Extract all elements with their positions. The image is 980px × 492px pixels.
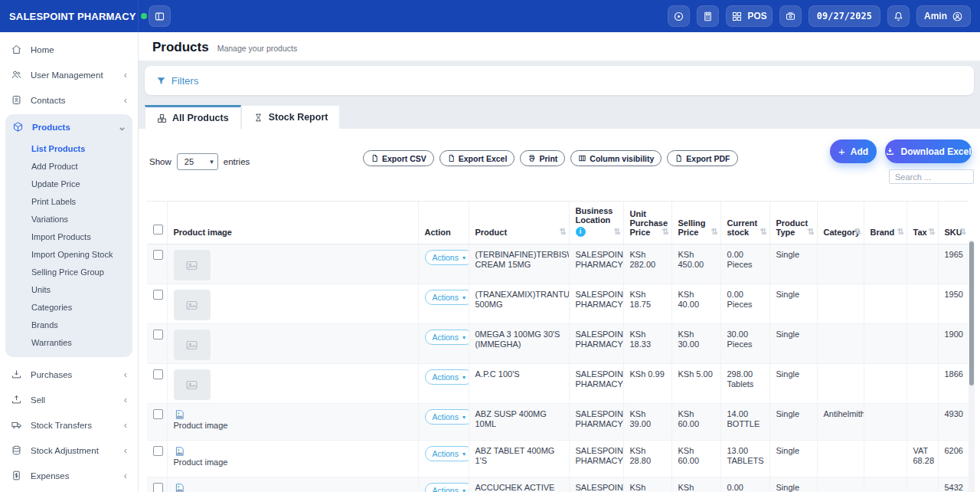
- add-button[interactable]: + Add: [830, 139, 877, 163]
- filters-toggle[interactable]: Filters: [145, 66, 974, 95]
- tab-all-products[interactable]: All Products: [145, 105, 241, 129]
- notifications-button[interactable]: [887, 5, 910, 27]
- column-header-sku[interactable]: SKU⇅: [938, 202, 969, 244]
- sidebar-item-products[interactable]: Products⌄: [5, 114, 132, 139]
- sort-icon[interactable]: ⇅: [897, 227, 903, 237]
- sidebar-subitem-list-products[interactable]: List Products: [5, 139, 132, 157]
- chevron-down-icon: ⌄: [118, 122, 126, 132]
- sidebar-item-label: Stock Transfers: [31, 421, 92, 430]
- row-actions-button[interactable]: Actions▾: [425, 330, 469, 345]
- column-header-unit-purchase-price[interactable]: Unit Purchase Price⇅: [623, 202, 671, 244]
- column-header-product-image: Product image: [167, 202, 418, 244]
- row-checkbox[interactable]: [153, 409, 163, 419]
- scrollbar-thumb[interactable]: [969, 241, 974, 385]
- row-checkbox[interactable]: [153, 330, 163, 339]
- column-header-product[interactable]: Product⇅: [469, 202, 569, 244]
- sort-icon[interactable]: ⇅: [662, 227, 668, 237]
- export-pdf-button[interactable]: Export PDF: [667, 150, 737, 166]
- sidebar-subitem-add-product[interactable]: Add Product: [5, 157, 132, 175]
- row-actions-button[interactable]: Actions▾: [425, 446, 469, 461]
- product-image-placeholder: [174, 369, 211, 400]
- cell-unit-purchase-price: KSh 28.80: [623, 441, 671, 477]
- column-header-brand[interactable]: Brand⇅: [864, 202, 906, 244]
- vertical-scrollbar[interactable]: [969, 240, 975, 492]
- entries-select[interactable]: 25 ▾: [177, 153, 218, 170]
- sidebar-subitem-warranties[interactable]: Warranties: [5, 333, 132, 351]
- row-checkbox[interactable]: [153, 290, 163, 300]
- column-header-current-stock[interactable]: Current stock⇅: [720, 202, 769, 244]
- row-checkbox[interactable]: [153, 369, 163, 379]
- sort-icon[interactable]: ⇅: [613, 227, 620, 237]
- sidebar-subitem-brands[interactable]: Brands: [5, 316, 132, 333]
- column-header-tax[interactable]: Tax⇅: [906, 202, 938, 244]
- entries-control: Show 25 ▾ entries: [149, 153, 250, 170]
- row-actions-button[interactable]: Actions▾: [425, 483, 469, 492]
- caret-down-icon: ▾: [462, 334, 466, 341]
- pos-button[interactable]: POS: [726, 5, 772, 27]
- cell-category: [817, 477, 864, 492]
- info-icon[interactable]: i: [576, 227, 586, 237]
- sidebar-item-purchases[interactable]: Purchases‹: [0, 362, 138, 387]
- row-actions-button[interactable]: Actions▾: [425, 409, 469, 425]
- sidebar-item-expenses[interactable]: Expenses‹: [0, 463, 138, 488]
- show-label: Show: [149, 157, 172, 166]
- sort-icon[interactable]: ⇅: [928, 227, 935, 237]
- sidebar-subitem-units[interactable]: Units: [5, 280, 132, 298]
- tab-stock-report[interactable]: Stock Report: [241, 105, 341, 129]
- sidebar-item-sell[interactable]: Sell‹: [0, 387, 138, 412]
- download-excel-button[interactable]: Download Excel: [885, 139, 972, 163]
- cash-register-button[interactable]: [779, 5, 802, 27]
- sidebar-subitem-variations[interactable]: Variations: [5, 210, 132, 228]
- cell-selling-price: KSh 450.00: [671, 244, 720, 284]
- boxes-icon: [157, 113, 167, 123]
- sidebar-subitem-print-labels[interactable]: Print Labels: [5, 192, 132, 210]
- sidebar-subitem-import-products[interactable]: Import Products: [5, 228, 132, 245]
- cell-category: [817, 244, 864, 284]
- sidebar-item-stock-transfers[interactable]: Stock Transfers‹: [0, 412, 138, 438]
- sort-icon[interactable]: ⇅: [559, 227, 566, 237]
- sidebar-subitem-import-opening-stock[interactable]: Import Opening Stock: [5, 245, 132, 263]
- sidebar-item-payment-accounts[interactable]: Payment Accounts‹: [0, 488, 138, 492]
- home-icon: [11, 44, 22, 55]
- sort-icon[interactable]: ⇅: [959, 227, 966, 237]
- cell-tax: [906, 364, 938, 404]
- sort-icon[interactable]: ⇅: [710, 227, 717, 237]
- select-all-checkbox[interactable]: [153, 225, 163, 235]
- calculator-button[interactable]: [697, 5, 719, 27]
- sidebar-item-contacts[interactable]: Contacts‹: [0, 87, 138, 113]
- column-header-business-location[interactable]: Business Locationi⇅: [569, 202, 623, 244]
- search-input[interactable]: [889, 169, 974, 184]
- row-actions-button[interactable]: Actions▾: [425, 369, 469, 385]
- file-icon: [447, 154, 456, 162]
- export-csv-button[interactable]: Export CSV: [363, 150, 434, 166]
- row-checkbox[interactable]: [153, 446, 163, 456]
- column-header-selling-price[interactable]: Selling Price⇅: [671, 202, 720, 244]
- row-checkbox[interactable]: [153, 483, 163, 492]
- column-header-product-type[interactable]: Product Type⇅: [769, 202, 817, 244]
- user-menu-button[interactable]: Amin: [916, 5, 971, 27]
- sort-icon[interactable]: ⇅: [760, 227, 766, 237]
- sidebar-item-label: User Management: [31, 71, 103, 80]
- sort-icon[interactable]: ⇅: [854, 227, 861, 237]
- sidebar-subitem-categories[interactable]: Categories: [5, 298, 132, 316]
- sidebar-item-stock-adjustment[interactable]: Stock Adjustment‹: [0, 438, 138, 463]
- row-actions-button[interactable]: Actions▾: [425, 250, 469, 265]
- sort-icon[interactable]: ⇅: [807, 227, 814, 237]
- export-excel-button[interactable]: Export Excel: [439, 150, 515, 166]
- row-checkbox[interactable]: [153, 250, 163, 260]
- date-display[interactable]: 09/27/2025: [808, 5, 880, 27]
- column-header-category[interactable]: Category⇅: [817, 202, 864, 244]
- target-button[interactable]: [668, 5, 690, 27]
- row-actions-button[interactable]: Actions▾: [425, 290, 469, 305]
- sidebar-subitem-selling-price-group[interactable]: Selling Price Group: [5, 263, 132, 280]
- sidebar-subitem-update-price[interactable]: Update Price: [5, 175, 132, 192]
- cell-sku: 1965: [938, 244, 969, 284]
- sidebar-toggle-button[interactable]: [149, 5, 171, 27]
- sidebar-item-user-management[interactable]: User Management‹: [0, 62, 138, 87]
- print-button[interactable]: Print: [520, 150, 565, 166]
- sidebar-item-home[interactable]: Home: [0, 37, 138, 62]
- cell-business-location: SALESPOINT PHARMACY: [569, 441, 623, 477]
- cell-tax: [906, 404, 938, 441]
- product-image-broken: Product image: [174, 409, 413, 437]
- column-visibility-button[interactable]: Column visibility: [570, 150, 662, 166]
